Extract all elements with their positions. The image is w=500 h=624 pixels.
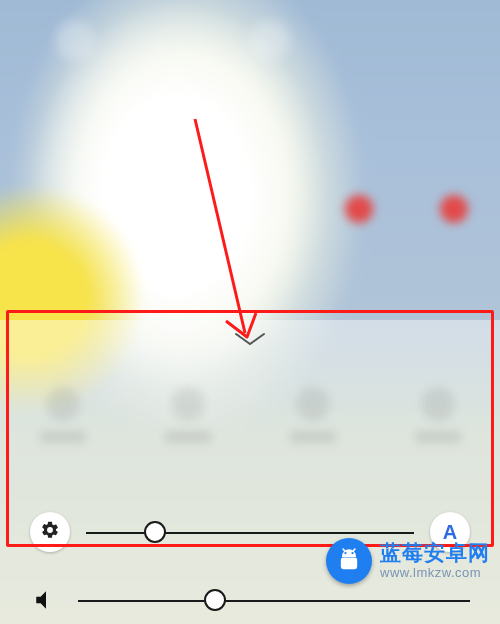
svg-rect-1 — [341, 558, 357, 570]
slider-track — [78, 600, 470, 602]
svg-point-2 — [344, 552, 346, 554]
svg-line-5 — [353, 549, 355, 551]
upper-blurred-area — [0, 0, 500, 270]
svg-line-4 — [343, 549, 345, 551]
watermark-logo — [326, 538, 372, 584]
watermark: 蓝莓安卓网 www.lmkzw.com — [326, 538, 490, 584]
watermark-site-url: www.lmkzw.com — [380, 566, 490, 581]
slider-thumb[interactable] — [204, 589, 226, 611]
speaker-icon — [30, 584, 62, 616]
svg-point-3 — [351, 552, 353, 554]
volume-row — [30, 578, 470, 622]
volume-slider[interactable] — [78, 585, 470, 615]
annotation-rectangle — [6, 310, 494, 547]
watermark-site-name: 蓝莓安卓网 — [380, 541, 490, 565]
